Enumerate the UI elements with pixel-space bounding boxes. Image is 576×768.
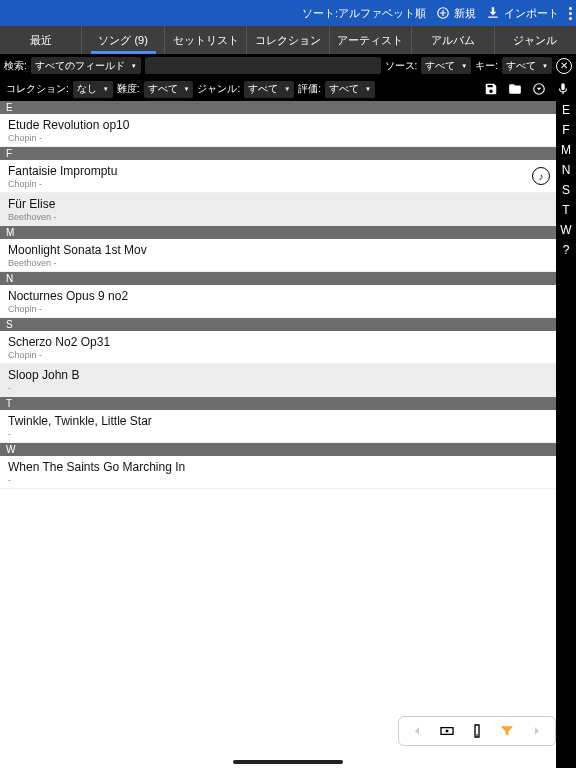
section-header: T	[0, 397, 556, 410]
song-title: When The Saints Go Marching In	[8, 460, 548, 474]
dropdown-circle-icon[interactable]	[532, 82, 546, 96]
collection-dropdown[interactable]: なし	[73, 81, 113, 98]
source-dropdown[interactable]: すべて	[421, 57, 471, 74]
song-title: Sloop John B	[8, 368, 548, 382]
genre-dropdown[interactable]: すべて	[244, 81, 294, 98]
overflow-menu-icon[interactable]	[569, 7, 572, 20]
song-artist: Beethoven -	[8, 258, 548, 268]
field-dropdown[interactable]: すべてのフィールド	[31, 57, 141, 74]
difficulty-label: 難度:	[117, 82, 140, 96]
tab[interactable]: ジャンル	[495, 26, 576, 54]
section-header: F	[0, 147, 556, 160]
section-header: N	[0, 272, 556, 285]
tab[interactable]: セットリスト	[165, 26, 247, 54]
song-artist: Chopin -	[8, 133, 548, 143]
download-icon	[486, 6, 500, 20]
difficulty-dropdown[interactable]: すべて	[144, 81, 194, 98]
genre-label: ジャンル:	[197, 82, 240, 96]
az-letter[interactable]: W	[560, 223, 571, 237]
song-artist: Chopin -	[8, 350, 548, 360]
import-label: インポート	[504, 6, 559, 21]
sort-button[interactable]: ソート:アルファベット順	[302, 6, 426, 21]
tab[interactable]: ソング (9)	[82, 26, 164, 54]
tab[interactable]: アーティスト	[330, 26, 412, 54]
section-header: M	[0, 226, 556, 239]
song-row[interactable]: Etude Revolution op10Chopin -	[0, 114, 556, 147]
az-letter[interactable]: T	[562, 203, 569, 217]
song-list[interactable]: EEtude Revolution op10Chopin -FFantaisie…	[0, 101, 556, 768]
song-title: Nocturnes Opus 9 no2	[8, 289, 548, 303]
song-artist: -	[8, 475, 548, 485]
rating-dropdown[interactable]: すべて	[325, 81, 375, 98]
tab[interactable]: コレクション	[247, 26, 329, 54]
az-letter[interactable]: S	[562, 183, 570, 197]
song-title: Scherzo No2 Op31	[8, 335, 548, 349]
new-label: 新規	[454, 6, 476, 21]
az-letter[interactable]: E	[562, 103, 570, 117]
song-row[interactable]: Twinkle, Twinkle, Little Star-	[0, 410, 556, 443]
az-letter[interactable]: N	[562, 163, 571, 177]
song-artist: Beethoven -	[8, 212, 548, 222]
folder-icon[interactable]	[508, 82, 522, 96]
bottom-toolbar	[398, 716, 556, 746]
source-label: ソース:	[385, 59, 418, 73]
search-input[interactable]	[145, 57, 381, 74]
section-header: W	[0, 443, 556, 456]
song-artist: Chopin -	[8, 304, 548, 314]
section-header: S	[0, 318, 556, 331]
song-row[interactable]: Für EliseBeethoven -	[0, 193, 556, 226]
home-indicator	[233, 760, 343, 764]
key-dropdown[interactable]: すべて	[502, 57, 552, 74]
song-row[interactable]: Moonlight Sonata 1st MovBeethoven -	[0, 239, 556, 272]
rating-label: 評価:	[298, 82, 321, 96]
song-row[interactable]: When The Saints Go Marching In-	[0, 456, 556, 489]
song-title: Für Elise	[8, 197, 548, 211]
import-button[interactable]: インポート	[486, 6, 559, 21]
song-title: Moonlight Sonata 1st Mov	[8, 243, 548, 257]
song-artist: -	[8, 383, 548, 393]
song-artist: -	[8, 429, 548, 439]
song-title: Fantaisie Impromptu	[8, 164, 548, 178]
tablet-landscape-icon[interactable]	[439, 723, 455, 739]
filter-icon[interactable]	[499, 723, 515, 739]
audio-badge-icon[interactable]: ♪	[532, 167, 550, 185]
filter-row-2: コレクション: なし 難度: すべて ジャンル: すべて 評価: すべて	[0, 77, 576, 101]
search-label: 検索:	[4, 59, 27, 73]
new-button[interactable]: 新規	[436, 6, 476, 21]
top-bar: ソート:アルファベット順 新規 インポート	[0, 0, 576, 26]
save-icon[interactable]	[484, 82, 498, 96]
filter-row-1: 検索: すべてのフィールド ソース: すべて キー: すべて ✕	[0, 54, 576, 77]
tab[interactable]: 最近	[0, 26, 82, 54]
tab[interactable]: アルバム	[412, 26, 494, 54]
az-letter[interactable]: ?	[563, 243, 570, 257]
section-header: E	[0, 101, 556, 114]
az-letter[interactable]: M	[561, 143, 571, 157]
song-row[interactable]: Fantaisie ImpromptuChopin -♪	[0, 160, 556, 193]
song-title: Twinkle, Twinkle, Little Star	[8, 414, 548, 428]
mic-icon[interactable]	[556, 82, 570, 96]
key-label: キー:	[475, 59, 498, 73]
az-letter[interactable]: F	[562, 123, 569, 137]
collection-label: コレクション:	[6, 82, 69, 96]
tablet-portrait-icon[interactable]	[469, 723, 485, 739]
song-row[interactable]: Sloop John B-	[0, 364, 556, 397]
arrow-right-icon[interactable]	[529, 723, 545, 739]
song-row[interactable]: Nocturnes Opus 9 no2Chopin -	[0, 285, 556, 318]
tab-bar: 最近ソング (9)セットリストコレクションアーティストアルバムジャンル	[0, 26, 576, 54]
sort-label: ソート:アルファベット順	[302, 6, 426, 21]
az-index: EFMNSTW?	[556, 101, 576, 768]
clear-icon[interactable]: ✕	[556, 58, 572, 74]
plus-circle-icon	[436, 6, 450, 20]
arrow-left-icon[interactable]	[409, 723, 425, 739]
song-row[interactable]: Scherzo No2 Op31Chopin -	[0, 331, 556, 364]
song-title: Etude Revolution op10	[8, 118, 548, 132]
song-artist: Chopin -	[8, 179, 548, 189]
